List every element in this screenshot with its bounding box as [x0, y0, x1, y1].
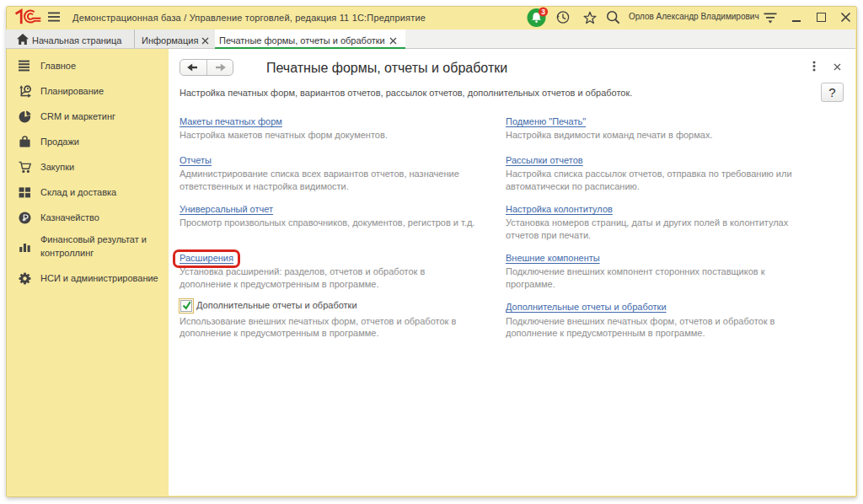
svg-text:3: 3 [541, 8, 545, 16]
